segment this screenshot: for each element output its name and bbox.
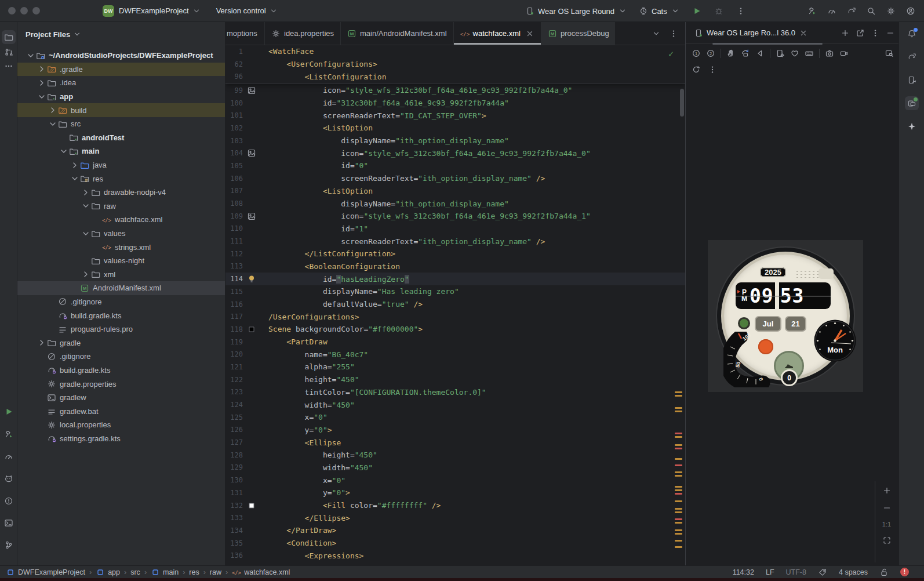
code-line-127[interactable]: 127 <Ellipse [225, 436, 685, 449]
breadcrumb-src[interactable]: src [130, 568, 140, 576]
tree-row-gradlew.bat[interactable]: gradlew.bat [17, 404, 225, 418]
tree-row-build.gradle.kts[interactable]: build.gradle.kts [17, 364, 225, 377]
chevron-down-icon[interactable] [48, 119, 58, 129]
zoom-in-icon[interactable] [882, 486, 892, 495]
editor-tab-moptions[interactable]: moptions [225, 22, 265, 45]
line-ending[interactable]: LF [766, 568, 774, 576]
tree-row-.idea[interactable]: .idea [17, 76, 225, 90]
close-icon[interactable] [799, 28, 808, 38]
tree-row-values-night[interactable]: values-night [17, 254, 225, 268]
image-gutter-icon[interactable] [243, 212, 260, 221]
chevron-right-icon[interactable] [37, 64, 47, 74]
tool-stripe-notifications[interactable] [905, 27, 919, 41]
code-line-112[interactable]: 112 </ListConfiguration> [225, 248, 685, 260]
tree-row-raw[interactable]: raw [17, 199, 225, 213]
editor-tab-watchface.xml[interactable]: </>watchface.xml [454, 22, 541, 45]
code-line-114[interactable]: 114 id="hasLeadingZero" [225, 273, 685, 285]
code-line-129[interactable]: 129 width="450" [225, 462, 685, 474]
tool-stripe-profiler-gauge[interactable] [2, 449, 16, 463]
code-line-113[interactable]: 113 <BooleanConfiguration [225, 260, 685, 273]
tilt-device-icon[interactable] [741, 49, 750, 58]
warning-stripe-mark[interactable] [675, 500, 682, 502]
warning-stripe-mark[interactable] [675, 486, 682, 488]
tree-row-androidtest[interactable]: androidTest [17, 131, 225, 145]
code-line-125[interactable]: 125 x="0" [225, 411, 685, 424]
breadcrumb-res[interactable]: res [189, 568, 199, 576]
tool-stripe-structure[interactable] [2, 45, 16, 59]
swatch-white-gutter-icon[interactable] [243, 501, 260, 510]
tool-stripe-problems[interactable] [2, 494, 16, 508]
warning-stripe-mark[interactable] [675, 475, 682, 477]
caret-position[interactable]: 114:32 [733, 568, 754, 576]
tool-stripe-device-manager[interactable] [905, 73, 919, 87]
tree-row-res[interactable]: res [17, 172, 225, 186]
code-line-100[interactable]: 100 id="312c30bf_f64a_461e_9c93_992f2fb7… [225, 97, 685, 110]
zoom-fit-icon[interactable] [882, 536, 892, 545]
warning-stripe-mark[interactable] [675, 533, 682, 535]
device-selector[interactable]: Wear OS Large Round [521, 6, 632, 16]
tree-row-main[interactable]: main [17, 144, 225, 158]
chevron-down-icon[interactable] [81, 201, 91, 211]
error-stripe-mark[interactable] [675, 518, 682, 520]
code-line-119[interactable]: 119 <PartDraw [225, 336, 685, 348]
tool-stripe-logcat-cat[interactable] [2, 471, 16, 485]
code-line-130[interactable]: 130 x="0" [225, 474, 685, 486]
tree-row-xml[interactable]: xml [17, 268, 225, 282]
settings-gear-icon[interactable] [881, 0, 901, 22]
warning-stripe-mark[interactable] [675, 436, 682, 438]
code-line-106[interactable]: 106 screenReaderText="ith_option_display… [225, 172, 685, 185]
hardware-input-icon[interactable] [805, 49, 814, 58]
warning-stripe-mark[interactable] [675, 458, 682, 460]
tab-scrollbar[interactable] [712, 43, 823, 45]
code-line-109[interactable]: 109 icon="style_wfs_312c30bf_f64a_461e_9… [225, 210, 685, 223]
account-avatar-icon[interactable] [901, 0, 921, 22]
warning-stripe-mark[interactable] [675, 411, 682, 412]
tree-row-gradle.properties[interactable]: gradle.properties [17, 377, 225, 391]
tree-row-androidstudioprojectsdwfexampleproject[interactable]: ~/AndroidStudioProjects/DWFExampleProjec… [17, 49, 225, 63]
code-line-104[interactable]: 104 icon="style_wfs_312c30bf_f64a_461e_9… [225, 147, 685, 159]
code-line-126[interactable]: 126 y="0"> [225, 424, 685, 437]
palm-button-icon[interactable] [726, 49, 736, 58]
code-line-102[interactable]: 102 <ListOption [225, 122, 685, 135]
swatch-black-gutter-icon[interactable] [243, 325, 260, 334]
code-line-117[interactable]: 117/UserConfigurations> [225, 310, 685, 323]
tree-row-build[interactable]: build [17, 103, 225, 117]
code-line-123[interactable]: 123 tintColor="[CONFIGURATION.themeColor… [225, 386, 685, 399]
code-line-134[interactable]: 134 </PartDraw> [225, 524, 685, 537]
vcs-widget[interactable]: Version control [216, 6, 278, 16]
code-line-121[interactable]: 121 alpha="255" [225, 361, 685, 373]
tool-stripe-version-control-branch[interactable] [2, 538, 16, 552]
tree-row-drawable-nodpi-v4[interactable]: drawable-nodpi-v4 [17, 186, 225, 199]
chevron-down-icon[interactable] [70, 173, 80, 184]
warning-stripe-mark[interactable] [675, 546, 682, 548]
highlighting-level-icon[interactable] [818, 568, 827, 577]
tool-stripe-run-play[interactable] [2, 405, 16, 419]
editor-tab-idea.properties[interactable]: idea.properties [265, 22, 341, 45]
tree-row-java[interactable]: java [17, 158, 225, 172]
reset-view-icon[interactable] [692, 65, 701, 74]
image-gutter-icon[interactable] [243, 86, 260, 95]
breadcrumb-app[interactable]: app [96, 568, 120, 577]
window-minimize-button[interactable] [20, 7, 28, 14]
take-screenshot-icon[interactable] [825, 49, 834, 58]
add-device-tab-icon[interactable] [841, 28, 850, 38]
warning-stripe-mark[interactable] [675, 511, 682, 513]
tree-row-proguard-rules.pro[interactable]: proguard-rules.pro [17, 322, 225, 336]
code-line-118[interactable]: 118Scene backgroundColor="#ff000000"> [225, 323, 685, 336]
tree-row-.gitignore[interactable]: .gitignore [17, 350, 225, 364]
device-tab[interactable]: Wear OS Large Ro...l 36.0 [686, 28, 813, 38]
error-indicator[interactable]: ! [900, 568, 909, 576]
breadcrumb-dwfexampleproject[interactable]: DWFExampleProject [6, 568, 85, 577]
code-line-103[interactable]: 103 displayName="ith_option_display_name… [225, 135, 685, 147]
gradle-sync-icon[interactable] [842, 0, 861, 22]
warning-stripe-mark[interactable] [675, 395, 682, 397]
build-hammer-icon[interactable] [802, 0, 822, 22]
code-line-136[interactable]: 136 <Expressions> [225, 549, 685, 562]
tab-list-chevron-icon[interactable] [652, 29, 661, 38]
tree-row-gradle[interactable]: gradle [17, 336, 225, 350]
tree-row-.gitignore[interactable]: .gitignore [17, 295, 225, 309]
open-in-window-icon[interactable] [856, 28, 865, 38]
warning-stripe-mark[interactable] [675, 407, 682, 409]
window-zoom-button[interactable] [32, 7, 40, 14]
tool-stripe-build-hammer[interactable] [2, 427, 16, 441]
